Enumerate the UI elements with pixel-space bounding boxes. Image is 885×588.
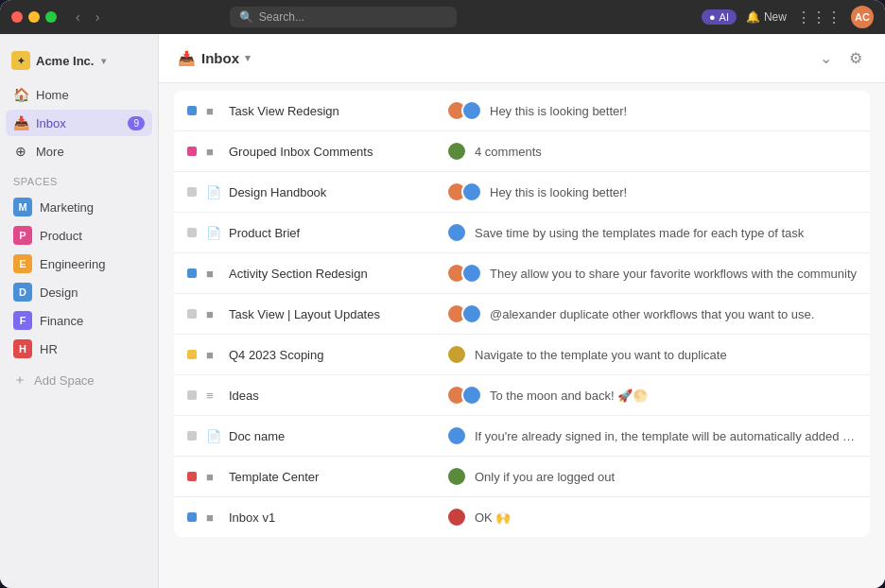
row-avatars bbox=[446, 466, 467, 487]
row-type-icon: 📄 bbox=[206, 429, 219, 443]
sidebar-item-more-label: More bbox=[36, 145, 64, 159]
row-avatars bbox=[446, 344, 467, 365]
row-indicator bbox=[187, 147, 197, 156]
inbox-row[interactable]: ■Task View | Layout Updates@alexander du… bbox=[174, 294, 870, 335]
more-icon: ⊕ bbox=[13, 144, 28, 159]
sidebar-item-hr[interactable]: H HR bbox=[6, 335, 152, 363]
inbox-row[interactable]: ■Activity Section RedesignThey allow you… bbox=[174, 253, 870, 294]
row-message: Navigate to the template you want to dup… bbox=[475, 348, 727, 362]
spaces-list: M Marketing P Product E Engineering D De… bbox=[0, 193, 158, 363]
inbox-row[interactable]: ≡IdeasTo the moon and back! 🚀🌕 bbox=[174, 375, 870, 416]
avatar bbox=[461, 303, 482, 324]
row-avatars bbox=[446, 303, 482, 324]
new-button[interactable]: 🔔 New bbox=[746, 10, 787, 24]
content-area: 📥 Inbox ▾ ⌄ ⚙ ■Task View RedesignHey thi… bbox=[159, 34, 885, 588]
add-space-label: Add Space bbox=[34, 373, 95, 388]
space-label-marketing: Marketing bbox=[40, 200, 94, 215]
inbox-row[interactable]: ■Task View RedesignHey this is looking b… bbox=[174, 91, 870, 131]
workspace-selector[interactable]: ✦ Acme Inc. ▾ bbox=[0, 45, 158, 81]
row-message: Only if you are logged out bbox=[475, 470, 615, 484]
search-bar[interactable]: 🔍 Search... bbox=[230, 7, 457, 27]
space-dot-finance: F bbox=[13, 311, 32, 330]
row-indicator bbox=[187, 106, 197, 115]
back-arrow[interactable]: ‹ bbox=[72, 8, 84, 26]
row-message: Hey this is looking better! bbox=[490, 104, 627, 118]
row-content: They allow you to share your favorite wo… bbox=[446, 263, 857, 284]
home-icon: 🏠 bbox=[13, 87, 28, 102]
sidebar: ✦ Acme Inc. ▾ 🏠 Home 📥 Inbox 9 ⊕ More bbox=[0, 34, 159, 588]
grid-icon[interactable]: ⋮⋮⋮ bbox=[796, 9, 842, 26]
row-avatars bbox=[446, 425, 467, 446]
sidebar-item-finance[interactable]: F Finance bbox=[6, 306, 152, 335]
inbox-row[interactable]: ■Inbox v1OK 🙌 bbox=[174, 497, 870, 537]
avatar bbox=[461, 182, 482, 202]
avatar bbox=[446, 507, 467, 527]
row-avatars bbox=[446, 385, 482, 406]
row-message: To the moon and back! 🚀🌕 bbox=[490, 389, 648, 403]
title-chevron-icon[interactable]: ▾ bbox=[245, 52, 251, 64]
space-dot-design: D bbox=[13, 283, 32, 302]
row-type-icon: ■ bbox=[206, 267, 219, 281]
row-indicator bbox=[187, 268, 197, 278]
sidebar-item-inbox[interactable]: 📥 Inbox 9 bbox=[6, 110, 152, 136]
row-indicator bbox=[187, 512, 197, 522]
row-content: Navigate to the template you want to dup… bbox=[446, 344, 857, 365]
titlebar-right: ● AI 🔔 New ⋮⋮⋮ AC bbox=[702, 6, 874, 28]
maximize-button[interactable] bbox=[45, 11, 57, 23]
row-avatars bbox=[446, 263, 482, 284]
row-avatars bbox=[446, 141, 467, 162]
row-message: 4 comments bbox=[475, 145, 542, 159]
row-type-icon: ■ bbox=[206, 104, 219, 118]
window-controls bbox=[11, 11, 57, 23]
inbox-row[interactable]: ■Template CenterOnly if you are logged o… bbox=[174, 457, 870, 497]
ai-badge[interactable]: ● AI bbox=[702, 9, 737, 25]
spaces-label: Spaces bbox=[0, 164, 158, 193]
titlebar: ‹ › 🔍 Search... ● AI 🔔 New ⋮⋮⋮ AC bbox=[0, 0, 885, 34]
nav-arrows: ‹ › bbox=[72, 8, 103, 26]
row-indicator bbox=[187, 472, 197, 481]
inbox-card: ■Task View RedesignHey this is looking b… bbox=[174, 91, 870, 537]
ai-circle-icon: ● bbox=[709, 11, 716, 23]
space-label-finance: Finance bbox=[40, 314, 83, 328]
avatar bbox=[446, 344, 467, 365]
inbox-icon: 📥 bbox=[13, 115, 28, 130]
user-avatar[interactable]: AC bbox=[851, 6, 874, 28]
row-type-icon: ■ bbox=[206, 470, 219, 484]
row-content: Save time by using the templates made fo… bbox=[446, 222, 857, 243]
settings-button[interactable]: ⚙ bbox=[845, 45, 866, 71]
row-indicator bbox=[187, 228, 197, 237]
inbox-row[interactable]: 📄Doc nameIf you're already signed in, th… bbox=[174, 416, 870, 457]
close-button[interactable] bbox=[11, 11, 23, 23]
sidebar-item-home[interactable]: 🏠 Home bbox=[6, 81, 152, 108]
expand-button[interactable]: ⌄ bbox=[816, 45, 836, 71]
sidebar-item-home-label: Home bbox=[36, 88, 69, 102]
avatar bbox=[461, 100, 482, 121]
row-content: Only if you are logged out bbox=[446, 466, 857, 487]
inbox-row[interactable]: ■Q4 2023 ScopingNavigate to the template… bbox=[174, 335, 870, 375]
space-dot-engineering: E bbox=[13, 254, 32, 273]
inbox-list: ■Task View RedesignHey this is looking b… bbox=[159, 83, 885, 588]
row-content: 4 comments bbox=[446, 141, 857, 162]
sidebar-item-marketing[interactable]: M Marketing bbox=[6, 193, 152, 221]
inbox-row[interactable]: 📄Product BriefSave time by using the tem… bbox=[174, 213, 870, 253]
workspace-name: Acme Inc. bbox=[36, 54, 94, 68]
row-type-icon: ■ bbox=[206, 348, 219, 362]
row-content: If you're already signed in, the templat… bbox=[446, 425, 857, 446]
row-indicator bbox=[187, 187, 197, 197]
row-type-icon: ≡ bbox=[206, 389, 219, 403]
sidebar-item-product[interactable]: P Product bbox=[6, 221, 152, 250]
sidebar-item-engineering[interactable]: E Engineering bbox=[6, 250, 152, 278]
row-message: @alexander duplicate other workflows tha… bbox=[490, 307, 814, 321]
space-dot-marketing: M bbox=[13, 198, 32, 216]
row-message: Save time by using the templates made fo… bbox=[475, 226, 804, 240]
add-space-button[interactable]: ＋ Add Space bbox=[0, 367, 158, 393]
inbox-row[interactable]: 📄Design HandbookHey this is looking bett… bbox=[174, 172, 870, 213]
space-dot-product: P bbox=[13, 226, 32, 245]
row-message: OK 🙌 bbox=[475, 510, 511, 525]
forward-arrow[interactable]: › bbox=[92, 8, 104, 26]
minimize-button[interactable] bbox=[28, 11, 40, 23]
inbox-row[interactable]: ■Grouped Inbox Comments4 comments bbox=[174, 131, 870, 172]
sidebar-item-more[interactable]: ⊕ More bbox=[6, 138, 152, 164]
sidebar-item-design[interactable]: D Design bbox=[6, 278, 152, 306]
avatar bbox=[446, 425, 467, 446]
